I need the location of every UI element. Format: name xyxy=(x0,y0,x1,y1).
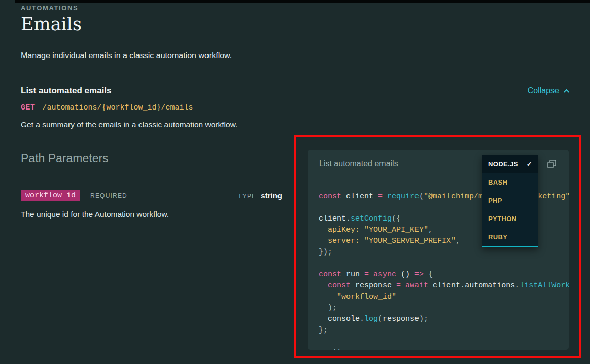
parameter-row: workflow_id REQUIRED TYPE string xyxy=(21,190,282,201)
check-icon: ✓ xyxy=(527,160,532,168)
language-option-label: PYTHON xyxy=(488,215,517,223)
parameter-name-badge: workflow_id xyxy=(21,190,80,201)
code-line: ); xyxy=(319,303,569,314)
language-option-python[interactable]: PYTHON xyxy=(482,209,538,228)
code-line: }; xyxy=(319,325,569,336)
page-title: Emails xyxy=(21,14,82,34)
collapse-label: Collapse xyxy=(528,86,559,95)
code-line xyxy=(319,336,569,347)
code-line: run(); xyxy=(319,347,569,350)
required-label: REQUIRED xyxy=(90,192,127,199)
type-label: TYPE xyxy=(238,193,256,200)
code-line xyxy=(319,258,569,269)
endpoint-heading: List automated emails xyxy=(21,86,112,96)
top-divider xyxy=(15,0,590,3)
page-description: Manage individual emails in a classic au… xyxy=(21,51,232,60)
endpoint-path: /automations/{workflow_id}/emails xyxy=(43,103,193,112)
endpoint-signature: GET /automations/{workflow_id}/emails xyxy=(21,103,193,112)
language-option-bash[interactable]: BASH xyxy=(482,173,538,191)
code-line: "workflow_id" xyxy=(319,292,569,303)
language-option-php[interactable]: PHP xyxy=(482,191,538,209)
code-example-panel: List automated emails const client = req… xyxy=(308,150,569,350)
breadcrumb-section: AUTOMATIONS xyxy=(21,4,78,12)
language-option-label: RUBY xyxy=(488,233,507,241)
code-line: const response = await client.automation… xyxy=(319,280,569,292)
section-divider xyxy=(21,79,569,79)
endpoint-description: Get a summary of the emails in a classic… xyxy=(21,120,237,129)
language-option-label: NODE.JS xyxy=(488,160,518,168)
type-value: string xyxy=(261,191,282,200)
http-method: GET xyxy=(21,103,36,112)
code-line: const run = async () => { xyxy=(319,269,569,280)
code-line: console.log(response); xyxy=(319,314,569,325)
language-option-ruby[interactable]: RUBY xyxy=(482,228,538,246)
language-option-label: PHP xyxy=(488,197,502,204)
chevron-up-icon xyxy=(563,87,570,95)
language-option-label: BASH xyxy=(488,178,507,186)
language-dropdown: NODE.JS✓BASHPHPPYTHONRUBY xyxy=(482,155,538,247)
parameter-type: TYPE string xyxy=(238,191,282,200)
language-option-node-js[interactable]: NODE.JS✓ xyxy=(482,155,538,173)
code-line: }); xyxy=(319,247,569,258)
code-panel-title: List automated emails xyxy=(319,159,398,168)
path-parameters-divider xyxy=(21,178,282,178)
parameter-description: The unique id for the Automation workflo… xyxy=(21,210,169,219)
copy-icon xyxy=(547,159,557,169)
collapse-button[interactable]: Collapse xyxy=(528,86,570,95)
path-parameters-heading: Path Parameters xyxy=(21,152,109,165)
copy-code-button[interactable] xyxy=(547,159,557,169)
